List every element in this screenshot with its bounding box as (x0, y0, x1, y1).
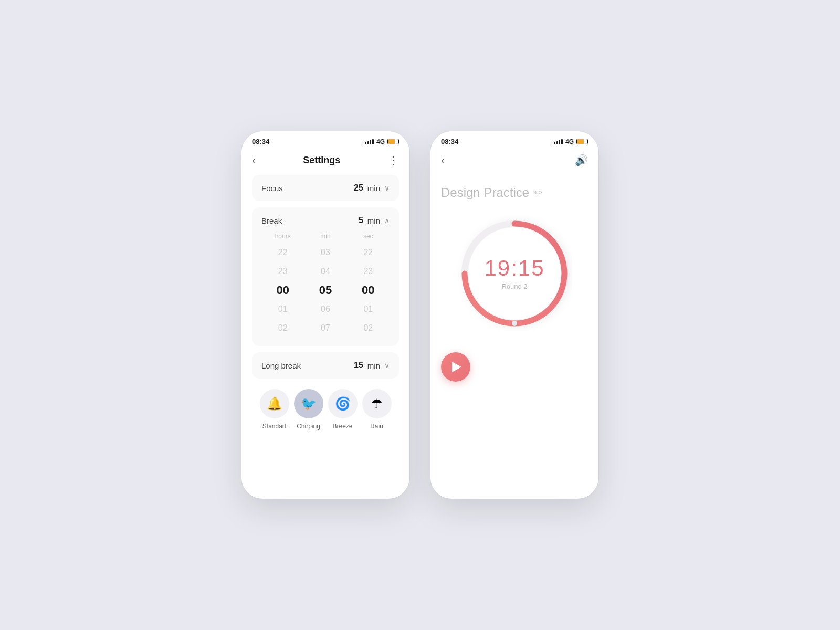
status-icons-1: 4G (365, 138, 399, 145)
timer-circle-wrap: 19:15 Round 2 (457, 216, 572, 331)
sec-01[interactable]: 01 (347, 300, 389, 319)
network-label-1: 4G (376, 138, 385, 145)
break-setting-header[interactable]: Break 5 min ∧ (261, 216, 390, 225)
sound-breeze[interactable]: 🌀 Breeze (328, 389, 358, 430)
sec-column[interactable]: 22 23 00 01 02 (347, 243, 389, 338)
settings-content: ‹ Settings ⋮ Focus 25 min ∨ Break (242, 150, 410, 499)
app-container: 08:34 4G ‹ Settings ⋮ Focus (210, 100, 630, 530)
long-break-setting-header[interactable]: Long break 15 min ∨ (261, 361, 390, 370)
wind-icon: 🌀 (328, 389, 358, 418)
break-num: 5 (359, 216, 363, 225)
long-break-setting-row: Long break 15 min ∨ (252, 352, 399, 379)
battery-icon-2 (576, 139, 588, 144)
hours-header: hours (262, 233, 304, 240)
time-display-2: 08:34 (441, 138, 458, 145)
long-break-value: 15 min ∨ (354, 361, 390, 370)
network-label-2: 4G (565, 138, 574, 145)
status-bar-1: 08:34 4G (242, 131, 410, 150)
sound-rain-label: Rain (370, 423, 383, 430)
svg-point-4 (512, 321, 517, 326)
sec-22[interactable]: 22 (347, 243, 389, 262)
status-icons-2: 4G (554, 138, 588, 145)
min-header: min (304, 233, 346, 240)
hour-22[interactable]: 22 (262, 243, 304, 262)
sound-standart-label: Standart (262, 423, 286, 430)
long-break-label: Long break (261, 361, 301, 370)
bird-icon: 🐦 (294, 389, 323, 418)
focus-num: 25 (354, 183, 363, 193)
sound-chirping-label: Chirping (297, 423, 320, 430)
timer-content: ‹ 🔊 Design Practice ✏ (430, 150, 598, 499)
sound-rain[interactable]: ☂ Rain (362, 389, 392, 430)
more-button[interactable]: ⋮ (388, 154, 399, 166)
back-button-2[interactable]: ‹ (441, 155, 445, 165)
play-icon (452, 362, 461, 372)
break-setting-row: Break 5 min ∧ hours min sec (252, 207, 399, 346)
hour-01[interactable]: 01 (262, 300, 304, 319)
hour-00[interactable]: 00 (262, 281, 304, 300)
timer-display: 19:15 Round 2 (484, 257, 544, 290)
timer-time: 19:15 (484, 257, 544, 279)
focus-label: Focus (261, 184, 283, 193)
long-break-unit: min (368, 361, 380, 370)
time-picker: hours min sec 22 23 00 01 02 (261, 233, 390, 338)
min-03[interactable]: 03 (304, 243, 346, 262)
chevron-down-icon-2: ∨ (384, 361, 390, 370)
play-button[interactable] (441, 352, 470, 382)
bell-icon: 🔔 (260, 389, 289, 418)
hours-column[interactable]: 22 23 00 01 02 (262, 243, 304, 338)
hour-02[interactable]: 02 (262, 319, 304, 338)
focus-unit: min (368, 184, 380, 193)
signal-icon (365, 139, 374, 144)
chevron-up-icon: ∧ (384, 216, 390, 225)
sound-chirping[interactable]: 🐦 Chirping (294, 389, 323, 430)
edit-icon[interactable]: ✏ (534, 187, 542, 198)
min-07[interactable]: 07 (304, 319, 346, 338)
timer-phone: 08:34 4G ‹ 🔊 Design Practice ✏ (430, 131, 598, 499)
battery-icon-1 (387, 139, 399, 144)
chevron-down-icon: ∨ (384, 184, 390, 192)
sec-02[interactable]: 02 (347, 319, 389, 338)
sound-standart[interactable]: 🔔 Standart (260, 389, 289, 430)
signal-icon-2 (554, 139, 563, 144)
break-label: Break (261, 216, 282, 225)
settings-phone: 08:34 4G ‹ Settings ⋮ Focus (242, 131, 410, 499)
sound-breeze-label: Breeze (332, 423, 352, 430)
task-name: Design Practice (441, 185, 529, 200)
status-bar-2: 08:34 4G (430, 131, 598, 150)
sec-00[interactable]: 00 (347, 281, 389, 300)
timer-navbar: ‹ 🔊 (441, 150, 588, 175)
focus-setting-row: Focus 25 min ∨ (252, 175, 399, 201)
focus-setting-header[interactable]: Focus 25 min ∨ (261, 183, 390, 193)
rain-icon: ☂ (362, 389, 392, 418)
min-column[interactable]: 03 04 05 06 07 (304, 243, 346, 338)
hour-23[interactable]: 23 (262, 262, 304, 281)
sec-header: sec (347, 233, 389, 240)
break-value: 5 min ∧ (359, 216, 390, 225)
sec-23[interactable]: 23 (347, 262, 389, 281)
break-unit: min (368, 216, 380, 225)
min-05[interactable]: 05 (304, 281, 346, 300)
min-04[interactable]: 04 (304, 262, 346, 281)
timer-round: Round 2 (484, 282, 544, 290)
sound-section: 🔔 Standart 🐦 Chirping 🌀 Breeze ☂ Rain (252, 389, 399, 430)
focus-value: 25 min ∨ (354, 183, 390, 193)
back-button[interactable]: ‹ (252, 155, 256, 165)
time-display-1: 08:34 (252, 138, 269, 145)
task-title: Design Practice ✏ (441, 185, 588, 200)
page-title: Settings (303, 155, 340, 166)
time-picker-columns: 22 23 00 01 02 03 04 05 06 07 (261, 243, 390, 338)
min-06[interactable]: 06 (304, 300, 346, 319)
long-break-num: 15 (354, 361, 363, 370)
settings-navbar: ‹ Settings ⋮ (252, 150, 399, 175)
time-picker-headers: hours min sec (261, 233, 390, 240)
speaker-icon[interactable]: 🔊 (575, 154, 588, 166)
